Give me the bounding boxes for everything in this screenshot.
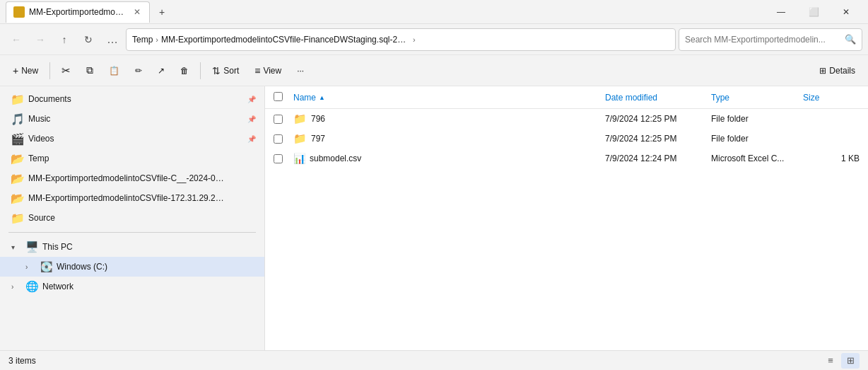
sidebar-label-source: Source bbox=[28, 213, 55, 223]
cut-button[interactable]: ✂ bbox=[54, 59, 78, 82]
breadcrumb-sep-1: › bbox=[156, 35, 158, 44]
column-header-name[interactable]: Name ▲ bbox=[293, 93, 605, 103]
details-label: Details bbox=[829, 66, 855, 76]
sort-icon: ⇅ bbox=[212, 65, 221, 76]
more-options-button[interactable]: ··· bbox=[290, 59, 311, 82]
view-button[interactable]: ≡ View bbox=[247, 59, 288, 82]
new-tab-button[interactable]: + bbox=[153, 3, 171, 21]
list-view-button[interactable]: ≡ bbox=[821, 353, 840, 369]
row-checkbox-1[interactable] bbox=[274, 134, 293, 144]
search-input[interactable] bbox=[685, 35, 842, 45]
sidebar-scroll[interactable]: 📁 Documents 📌 🎵 Music 📌 🎬 Videos 📌 📂 Tem… bbox=[0, 89, 264, 347]
file-type-1: File folder bbox=[711, 134, 803, 144]
tab-strip: MM-Exportimportedmodelin... ✕ + bbox=[6, 1, 765, 23]
sidebar-item-windows-c[interactable]: › 💽 Windows (C:) bbox=[0, 257, 264, 277]
new-button[interactable]: + New bbox=[6, 59, 45, 82]
column-header-type[interactable]: Type bbox=[711, 93, 803, 103]
toolbar-separator-1 bbox=[49, 62, 50, 79]
tab-label: MM-Exportimportedmodelin... bbox=[29, 7, 128, 17]
maximize-button[interactable]: ⬜ bbox=[797, 0, 830, 24]
sidebar-item-source[interactable]: 📁 Source bbox=[0, 208, 264, 228]
refresh-button[interactable]: ↻ bbox=[78, 29, 99, 50]
this-pc-expand-arrow: ▾ bbox=[11, 243, 21, 251]
title-bar: MM-Exportimportedmodelin... ✕ + — ⬜ ✕ bbox=[0, 0, 868, 24]
row-checkbox-0[interactable] bbox=[274, 115, 293, 124]
breadcrumb-current: MM-ExportimportedmodelintoCSVfile-Financ… bbox=[161, 35, 409, 45]
file-size-2: 1 KB bbox=[803, 154, 860, 163]
sidebar-item-mm-export-172[interactable]: 📂 MM-ExportimportedmodelintoCSVfile-172.… bbox=[0, 188, 264, 208]
sidebar-item-temp[interactable]: 📂 Temp bbox=[0, 149, 264, 168]
pin-documents: 📌 bbox=[247, 96, 256, 103]
sidebar-item-mm-export-c[interactable]: 📂 MM-ExportimportedmodelintoCSVfile-C__-… bbox=[0, 168, 264, 188]
active-tab[interactable]: MM-Exportimportedmodelin... ✕ bbox=[6, 1, 150, 23]
sidebar-divider bbox=[8, 232, 256, 233]
window-controls: — ⬜ ✕ bbox=[765, 0, 862, 24]
file-date-1: 7/9/2024 12:25 PM bbox=[605, 134, 711, 144]
sidebar-label-documents: Documents bbox=[28, 94, 71, 104]
view-icon: ≡ bbox=[254, 65, 260, 76]
forward-button[interactable]: → bbox=[30, 29, 51, 50]
toolbar-separator-2 bbox=[200, 62, 201, 79]
column-header-size[interactable]: Size bbox=[803, 93, 860, 103]
sidebar-label-this-pc: This PC bbox=[42, 242, 73, 252]
details-button[interactable]: ⊞ Details bbox=[812, 59, 862, 82]
row-checkbox-2[interactable] bbox=[274, 154, 293, 163]
breadcrumb-bar[interactable]: Temp › MM-ExportimportedmodelintoCSVfile… bbox=[126, 28, 676, 51]
paste-button[interactable]: 📋 bbox=[102, 59, 127, 82]
minimize-button[interactable]: — bbox=[765, 0, 797, 24]
file-name-cell-0: 📁 796 bbox=[293, 112, 605, 125]
up-button[interactable]: ↑ bbox=[54, 29, 75, 50]
column-header-date[interactable]: Date modified bbox=[605, 93, 711, 103]
view-toggles: ≡ ⊞ bbox=[821, 353, 860, 369]
address-bar: ← → ↑ ↻ … Temp › MM-Exportimportedmodeli… bbox=[0, 24, 868, 55]
share-button[interactable]: ↗ bbox=[151, 59, 172, 82]
mm-export-c-icon: 📂 bbox=[11, 172, 24, 185]
items-count: 3 items bbox=[8, 356, 36, 366]
sidebar-item-videos[interactable]: 🎬 Videos 📌 bbox=[0, 129, 264, 149]
folder-icon-1: 📁 bbox=[293, 132, 307, 145]
rename-button[interactable]: ✏ bbox=[128, 59, 149, 82]
sidebar-item-documents[interactable]: 📁 Documents 📌 bbox=[0, 89, 264, 109]
header-checkbox[interactable] bbox=[274, 92, 293, 103]
new-label: New bbox=[21, 66, 38, 76]
sort-button[interactable]: ⇅ Sort bbox=[205, 59, 246, 82]
file-type-0: File folder bbox=[711, 114, 803, 124]
sidebar-item-music[interactable]: 🎵 Music 📌 bbox=[0, 109, 264, 129]
breadcrumb-temp: Temp bbox=[132, 35, 153, 45]
search-bar[interactable]: 🔍 bbox=[679, 28, 862, 51]
breadcrumb-end-arrow: › bbox=[413, 35, 416, 44]
toolbar: + New ✂ ⧉ 📋 ✏ ↗ 🗑 ⇅ Sort ≡ View ··· ⊞ De… bbox=[0, 55, 868, 86]
file-date-2: 7/9/2024 12:24 PM bbox=[605, 154, 711, 163]
share-icon: ↗ bbox=[158, 66, 165, 76]
pin-videos: 📌 bbox=[247, 135, 256, 143]
videos-icon: 🎬 bbox=[11, 132, 24, 145]
computer-icon: 🖥️ bbox=[25, 241, 38, 253]
back-button[interactable]: ← bbox=[6, 29, 27, 50]
file-name-2: submodel.csv bbox=[310, 154, 361, 163]
table-row[interactable]: 📁 797 7/9/2024 12:25 PM File folder bbox=[265, 129, 868, 149]
copy-button[interactable]: ⧉ bbox=[79, 59, 100, 82]
search-icon: 🔍 bbox=[845, 34, 856, 45]
file-name-cell-1: 📁 797 bbox=[293, 132, 605, 145]
sidebar-item-this-pc[interactable]: ▾ 🖥️ This PC bbox=[0, 237, 264, 257]
expand-path-button[interactable]: … bbox=[102, 29, 123, 50]
sidebar-label-temp: Temp bbox=[28, 154, 49, 163]
close-button[interactable]: ✕ bbox=[830, 0, 862, 24]
tab-close-button[interactable]: ✕ bbox=[132, 6, 142, 18]
file-name-1: 797 bbox=[311, 134, 325, 144]
sidebar-label-network: Network bbox=[42, 282, 74, 291]
table-row[interactable]: 📊 submodel.csv 7/9/2024 12:24 PM Microso… bbox=[265, 149, 868, 168]
sidebar-label-music: Music bbox=[28, 114, 50, 124]
content-header: Name ▲ Date modified Type Size bbox=[265, 86, 868, 109]
delete-button[interactable]: 🗑 bbox=[173, 59, 196, 82]
table-row[interactable]: 📁 796 7/9/2024 12:25 PM File folder bbox=[265, 109, 868, 129]
grid-view-button[interactable]: ⊞ bbox=[841, 353, 860, 369]
file-name-cell-2: 📊 submodel.csv bbox=[293, 153, 605, 164]
tab-favicon bbox=[13, 6, 25, 18]
sidebar-item-network[interactable]: › 🌐 Network bbox=[0, 277, 264, 296]
network-expand-arrow: › bbox=[11, 283, 21, 291]
select-all-checkbox[interactable] bbox=[274, 92, 283, 101]
temp-folder-icon: 📂 bbox=[11, 152, 24, 165]
folder-icon-0: 📁 bbox=[293, 112, 307, 125]
copy-icon: ⧉ bbox=[86, 64, 93, 76]
